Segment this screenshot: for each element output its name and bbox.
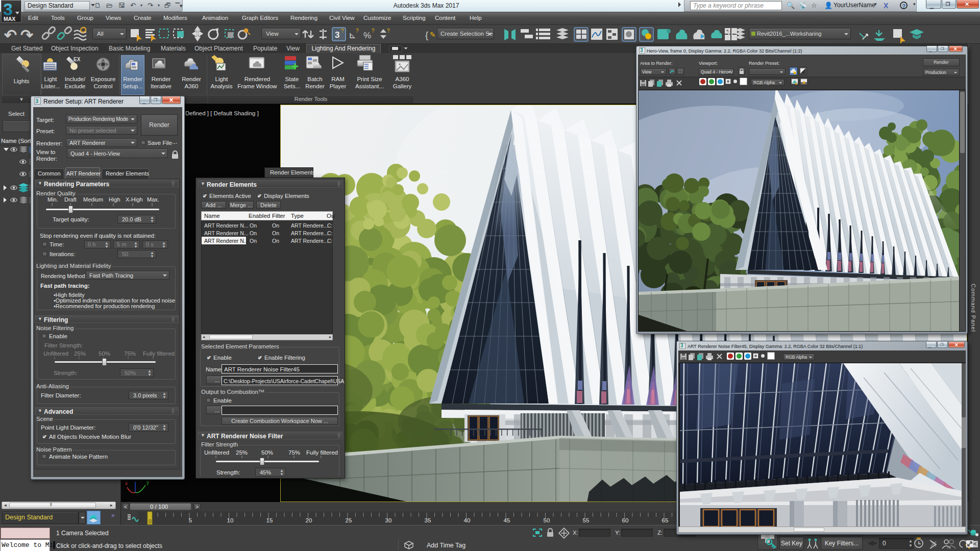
svg-text:{: { bbox=[425, 30, 428, 40]
svg-text:↶: ↶ bbox=[4, 27, 17, 43]
svg-text:EX: EX bbox=[74, 57, 81, 62]
svg-text:↷: ↷ bbox=[20, 27, 34, 43]
svg-text:%: % bbox=[363, 31, 371, 40]
svg-text:?: ? bbox=[356, 28, 359, 34]
svg-text:✎: ✎ bbox=[430, 31, 436, 39]
svg-text:?: ? bbox=[387, 28, 390, 34]
svg-text:0: 0 bbox=[149, 519, 152, 524]
svg-text:3: 3 bbox=[335, 30, 339, 40]
svg-text:x: x bbox=[125, 481, 128, 486]
svg-text:?: ? bbox=[341, 28, 344, 34]
svg-text:?: ? bbox=[372, 28, 375, 34]
svg-text:MAX: MAX bbox=[4, 16, 15, 22]
svg-text:y: y bbox=[146, 480, 149, 485]
svg-text:⊾: ⊾ bbox=[349, 30, 356, 40]
